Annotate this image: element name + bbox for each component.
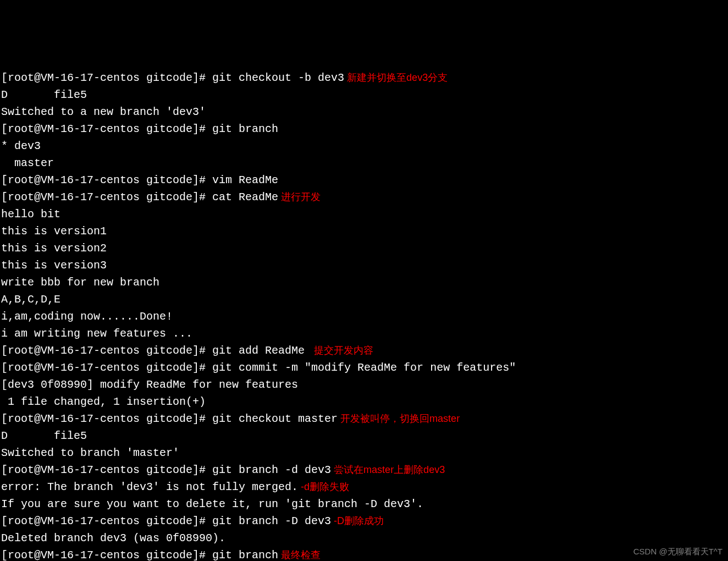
terminal-line: master — [1, 155, 727, 172]
shell-command: git branch — [212, 123, 278, 135]
shell-prompt: [root@VM-16-17-centos gitcode]# — [1, 72, 212, 84]
annotation: -D删除成功 — [331, 515, 384, 526]
shell-prompt: [root@VM-16-17-centos gitcode]# — [1, 174, 212, 186]
terminal-output: [root@VM-16-17-centos gitcode]# git chec… — [1, 69, 727, 561]
terminal-line: [root@VM-16-17-centos gitcode]# git bran… — [1, 120, 727, 138]
output-text: * dev3 — [1, 140, 41, 152]
shell-command: cat ReadMe — [212, 191, 278, 204]
output-text: this is version3 — [1, 259, 107, 272]
annotation: 尝试在master上删除dev3 — [331, 464, 445, 475]
shell-prompt: [root@VM-16-17-centos gitcode]# — [1, 515, 212, 527]
terminal-line: write bbb for new branch — [1, 274, 727, 291]
terminal-line: Switched to branch 'master' — [1, 444, 727, 461]
terminal-line: i am writing new features ... — [1, 325, 727, 342]
terminal-line: [root@VM-16-17-centos gitcode]# git bran… — [1, 461, 727, 479]
terminal-line: this is version2 — [1, 240, 727, 257]
shell-prompt: [root@VM-16-17-centos gitcode]# — [1, 361, 212, 374]
shell-command: git checkout -b dev3 — [212, 72, 344, 84]
shell-command: git checkout master — [212, 413, 338, 425]
output-text: i am writing new features ... — [1, 327, 192, 340]
terminal-line: error: The branch 'dev3' is not fully me… — [1, 479, 727, 496]
terminal-line: [root@VM-16-17-centos gitcode]# git chec… — [1, 69, 727, 86]
shell-prompt: [root@VM-16-17-centos gitcode]# — [1, 464, 212, 476]
output-text: Switched to branch 'master' — [1, 447, 179, 459]
annotation: 最终检查 — [278, 549, 321, 560]
shell-command: git branch — [212, 549, 278, 561]
output-text: write bbb for new branch — [1, 276, 159, 289]
shell-prompt: [root@VM-16-17-centos gitcode]# — [1, 413, 212, 425]
terminal-line: 1 file changed, 1 insertion(+) — [1, 393, 727, 410]
shell-command: vim ReadMe — [212, 174, 278, 186]
shell-command: git branch -D dev3 — [212, 515, 331, 527]
output-text: master — [1, 157, 54, 169]
output-text: A,B,C,D,E — [1, 293, 60, 306]
output-text: If you are sure you want to delete it, r… — [1, 498, 423, 510]
output-text: D file5 — [1, 430, 87, 442]
terminal-line: hello bit — [1, 206, 727, 223]
annotation: 提交开发内容 — [311, 345, 373, 356]
output-text: Switched to a new branch 'dev3' — [1, 106, 206, 118]
terminal-line: D file5 — [1, 427, 727, 444]
watermark: CSDN @无聊看看天T^T — [633, 545, 723, 558]
terminal-line: [root@VM-16-17-centos gitcode]# vim Read… — [1, 172, 727, 189]
shell-prompt: [root@VM-16-17-centos gitcode]# — [1, 191, 212, 204]
terminal-line: Switched to a new branch 'dev3' — [1, 103, 727, 120]
shell-prompt: [root@VM-16-17-centos gitcode]# — [1, 344, 212, 357]
output-text: this is version1 — [1, 225, 107, 238]
annotation: -d删除失败 — [298, 481, 349, 492]
shell-prompt: [root@VM-16-17-centos gitcode]# — [1, 549, 212, 561]
terminal-line: [root@VM-16-17-centos gitcode]# cat Read… — [1, 189, 727, 206]
terminal-line: [root@VM-16-17-centos gitcode]# git bran… — [1, 513, 727, 530]
output-text: D file5 — [1, 89, 87, 101]
shell-command: git branch -d dev3 — [212, 464, 331, 476]
terminal-line: D file5 — [1, 86, 727, 103]
annotation: 进行开发 — [278, 191, 321, 202]
terminal-line: If you are sure you want to delete it, r… — [1, 496, 727, 513]
output-text: [dev3 0f08990] modify ReadMe for new fea… — [1, 378, 298, 391]
output-text: i,am,coding now......Done! — [1, 310, 173, 323]
annotation: 开发被叫停，切换回master — [338, 413, 460, 424]
terminal-line: A,B,C,D,E — [1, 291, 727, 308]
output-text: hello bit — [1, 208, 60, 221]
terminal-line: [root@VM-16-17-centos gitcode]# git chec… — [1, 410, 727, 427]
annotation: 新建并切换至dev3分支 — [344, 72, 448, 83]
terminal-line: this is version1 — [1, 223, 727, 240]
terminal-line: * dev3 — [1, 138, 727, 155]
terminal-line: i,am,coding now......Done! — [1, 308, 727, 325]
terminal-line: [root@VM-16-17-centos gitcode]# git add … — [1, 342, 727, 359]
shell-command: git add ReadMe — [212, 344, 311, 357]
output-text: 1 file changed, 1 insertion(+) — [1, 395, 206, 408]
terminal-line: [root@VM-16-17-centos gitcode]# git bran… — [1, 547, 727, 561]
output-text: this is version2 — [1, 242, 107, 255]
shell-prompt: [root@VM-16-17-centos gitcode]# — [1, 123, 212, 135]
terminal-line: [dev3 0f08990] modify ReadMe for new fea… — [1, 376, 727, 393]
shell-command: git commit -m "modify ReadMe for new fea… — [212, 361, 516, 374]
terminal-line: [root@VM-16-17-centos gitcode]# git comm… — [1, 359, 727, 376]
terminal-line: this is version3 — [1, 257, 727, 274]
output-text: Deleted branch dev3 (was 0f08990). — [1, 532, 225, 544]
terminal-line: Deleted branch dev3 (was 0f08990). — [1, 530, 727, 547]
output-text: error: The branch 'dev3' is not fully me… — [1, 481, 298, 493]
